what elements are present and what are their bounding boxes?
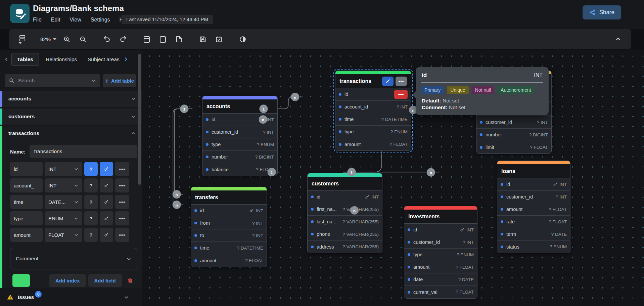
er-table-header[interactable]: transactions•••	[335, 74, 411, 88]
add-note-icon[interactable]	[172, 33, 186, 45]
field-more-button[interactable]: •••	[115, 195, 129, 209]
sidebar-table-accounts[interactable]: accounts	[0, 91, 142, 107]
er-field-row[interactable]: amount? FLOAT	[335, 138, 411, 150]
menu-file[interactable]: File	[30, 15, 45, 24]
search-input[interactable]: Search...	[5, 74, 100, 87]
er-field-row[interactable]: id	[335, 88, 411, 101]
er-table-accounts[interactable]: accountsidINTcustomer_id? INTtype? ENUMn…	[202, 96, 278, 176]
er-table-investments[interactable]: investmentsidINTcustomer_id? INTtype? EN…	[404, 206, 477, 299]
field-type-select[interactable]: FLOAT	[45, 228, 82, 242]
table-name-input[interactable]	[30, 145, 137, 158]
nullable-toggle[interactable]: ?	[84, 162, 98, 176]
save-check-icon[interactable]	[212, 33, 226, 45]
chevron-down-icon[interactable]	[131, 114, 136, 119]
add-table-icon[interactable]	[140, 33, 154, 45]
nullable-toggle[interactable]: ?	[84, 178, 98, 192]
add-area-icon[interactable]	[156, 33, 170, 45]
field-type-select[interactable]: INT	[45, 178, 82, 192]
er-field-row[interactable]: amount? FLOAT	[404, 261, 477, 273]
er-field-row[interactable]: last_na...? VARCHAR(255)	[308, 216, 382, 228]
chevron-right-icon[interactable]	[122, 57, 129, 62]
er-field-row[interactable]: idINT	[202, 114, 277, 126]
chevron-down-icon[interactable]	[91, 78, 96, 83]
er-field-row[interactable]: from? INT	[191, 217, 267, 229]
table-more-button[interactable]: •••	[396, 77, 407, 86]
er-field-row[interactable]: customer_id? INT	[202, 126, 277, 138]
tab-relationships[interactable]: Relationships	[40, 53, 82, 65]
app-logo-icon[interactable]	[10, 4, 30, 23]
primary-key-toggle[interactable]	[100, 211, 113, 225]
er-field-row[interactable]: status? ENUM	[497, 241, 570, 253]
er-field-row[interactable]: number? BIGINT	[476, 129, 551, 141]
er-table-header[interactable]: investments	[404, 210, 477, 224]
sidebar-scrollbar[interactable]	[138, 54, 141, 185]
er-field-row[interactable]: date? DATE	[404, 273, 477, 286]
redo-icon[interactable]	[116, 33, 130, 45]
er-field-row[interactable]: time? DATETIME	[335, 113, 411, 126]
issues-bar[interactable]: Issues 0	[0, 288, 142, 306]
field-type-select[interactable]: ENUM	[45, 211, 82, 225]
sidebar-table-customers[interactable]: customers	[0, 108, 142, 125]
field-name-input[interactable]: id	[10, 162, 43, 176]
field-name-input[interactable]: time	[10, 195, 43, 209]
field-type-select[interactable]: DATE...	[45, 195, 82, 209]
primary-key-toggle[interactable]	[100, 162, 113, 176]
zoom-in-icon[interactable]	[60, 33, 74, 45]
field-more-button[interactable]: •••	[115, 162, 129, 176]
share-button[interactable]: Share	[583, 5, 621, 19]
er-table-header[interactable]: transfers	[191, 190, 267, 205]
er-field-row[interactable]: address? VARCHAR(255)	[308, 241, 382, 253]
er-table-transfers[interactable]: transfersidINTfrom? INTto? INTtime? DATE…	[191, 187, 267, 267]
er-field-row[interactable]: customer_id? INT	[497, 191, 570, 203]
field-name-input[interactable]: amount	[10, 228, 43, 242]
field-more-button[interactable]: •••	[115, 228, 129, 242]
er-field-row[interactable]: rate? FLOAT	[497, 216, 570, 228]
primary-key-toggle[interactable]	[100, 178, 113, 192]
er-table-header[interactable]: accounts	[202, 99, 277, 114]
field-name-input[interactable]: account_	[10, 178, 43, 192]
er-field-row[interactable]: first_na...? VARCHAR(255)	[308, 203, 382, 216]
nullable-toggle[interactable]: ?	[84, 228, 98, 242]
er-field-row[interactable]: idINT	[308, 191, 382, 203]
er-field-row[interactable]: type? ENUM	[335, 126, 411, 138]
er-field-row[interactable]: time? DATETIME	[191, 242, 267, 254]
zoom-out-icon[interactable]	[76, 33, 90, 45]
comment-section[interactable]: Comment	[10, 248, 137, 269]
er-field-row[interactable]: number? BIGINT	[202, 151, 277, 163]
field-more-button[interactable]: •••	[115, 211, 129, 225]
er-field-row[interactable]: customer_id? INT	[476, 116, 551, 129]
er-field-row[interactable]: current_val? FLOAT	[404, 286, 477, 298]
add-table-button[interactable]: + Add table	[103, 74, 136, 87]
zoom-level-select[interactable]: 82%	[39, 33, 58, 45]
er-field-row[interactable]: customer_id? INT	[404, 236, 477, 249]
edit-table-button[interactable]	[382, 77, 394, 86]
diagram-layout-icon[interactable]	[15, 33, 29, 45]
menu-settings[interactable]: Settings	[87, 15, 113, 24]
er-table-header[interactable]: customers	[308, 177, 382, 191]
primary-key-toggle[interactable]	[100, 228, 113, 242]
field-name-input[interactable]: type	[10, 211, 43, 225]
er-field-row[interactable]: idINT	[191, 205, 267, 217]
er-field-row[interactable]: idINT	[497, 178, 570, 191]
er-field-row[interactable]: term? DATE	[497, 228, 570, 241]
er-field-row[interactable]: phone? VARCHAR(255)	[308, 228, 382, 241]
collapse-toolbar-icon[interactable]	[611, 33, 625, 45]
nullable-toggle[interactable]: ?	[84, 211, 98, 225]
add-field-button[interactable]: Add field	[88, 274, 122, 287]
er-table-loans[interactable]: loansidINTcustomer_id? INTamount? FLOATr…	[497, 161, 570, 253]
theme-contrast-icon[interactable]	[236, 33, 250, 45]
er-field-row[interactable]: account_id? INT	[335, 101, 411, 113]
chevron-up-icon[interactable]	[131, 131, 136, 136]
er-field-row[interactable]: type? ENUM	[202, 138, 277, 151]
tab-subject-areas[interactable]: Subject areas	[82, 53, 122, 65]
delete-field-button[interactable]	[394, 90, 408, 99]
er-field-row[interactable]: to? INT	[191, 229, 267, 242]
field-type-select[interactable]: INT	[45, 162, 82, 176]
er-field-row[interactable]: type? ENUM	[404, 249, 477, 261]
er-table-header[interactable]: loans	[497, 164, 570, 178]
nullable-toggle[interactable]: ?	[84, 195, 98, 209]
delete-table-button[interactable]	[125, 274, 136, 287]
chevron-down-icon[interactable]	[131, 96, 136, 101]
er-field-row[interactable]: balance? FLOAT	[202, 163, 277, 176]
primary-key-toggle[interactable]	[100, 195, 113, 209]
